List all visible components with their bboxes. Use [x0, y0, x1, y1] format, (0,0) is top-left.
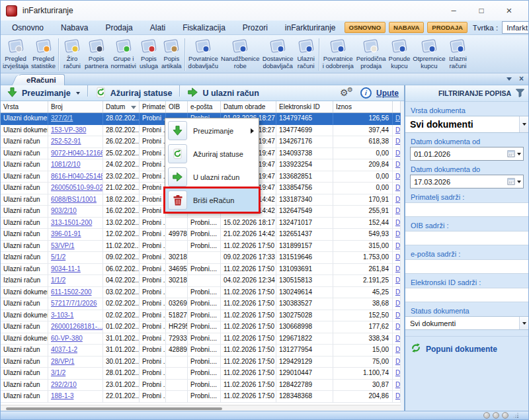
- document-number-link[interactable]: 188-1-3: [51, 392, 73, 399]
- table-row[interactable]: Ulazni račun292/2/1023.01.202...Probni .…: [1, 380, 401, 392]
- open-document-link[interactable]: D: [395, 230, 400, 237]
- open-document-link[interactable]: D: [395, 138, 400, 145]
- menu-item-prodaja[interactable]: Prodaja: [97, 21, 141, 35]
- status-circle-icon[interactable]: [483, 412, 490, 419]
- context-menu-item-a-uriraj-statuse[interactable]: Ažuriraj statuse: [165, 142, 259, 165]
- resize-grip[interactable]: [513, 413, 519, 419]
- menu-item-prozori[interactable]: Prozori: [234, 21, 276, 35]
- filter-select-vrsta-dokumenta[interactable]: Svi dokumenti: [405, 116, 528, 133]
- table-row[interactable]: Ulazni račun396-01-9112.02.202...Probni …: [1, 229, 401, 241]
- status-circle-icon[interactable]: [493, 412, 499, 419]
- open-document-link[interactable]: D: [395, 161, 400, 168]
- help-link[interactable]: Upute: [376, 89, 399, 98]
- open-document-link[interactable]: D: [395, 173, 400, 180]
- filter-date-datum-dokumenta-do[interactable]: 17.03.2026: [410, 175, 524, 189]
- info-icon[interactable]: [360, 87, 372, 99]
- document-number-link[interactable]: 260050510-99-02: [51, 184, 103, 191]
- document-number-link[interactable]: 53/VP/1: [51, 242, 75, 249]
- open-document-link[interactable]: D: [395, 242, 400, 249]
- menu-item-nabava[interactable]: Nabava: [52, 21, 97, 35]
- document-number-link[interactable]: 3-103-1: [51, 312, 73, 319]
- table-row[interactable]: Ulazni račun53/VP/111.02.202...Probni ..…: [1, 241, 401, 253]
- document-number-link[interactable]: 9034-11-1: [51, 265, 81, 273]
- document-number-link[interactable]: 9072-H040-12166: [51, 149, 103, 157]
- ribbon-button-pregled-statistike[interactable]: Pregled statistike: [30, 36, 57, 73]
- filter-date-datum-dokumenta-od[interactable]: 01.01.2026: [410, 147, 524, 161]
- open-document-link[interactable]: D: [395, 114, 400, 122]
- table-row[interactable]: Izlazni račun1/1/204.02.202...Probni ...…: [1, 275, 401, 287]
- chevron-down-icon[interactable]: [507, 77, 512, 81]
- u-ulazni-ra-un-button[interactable]: U ulazni račun: [181, 85, 264, 101]
- document-number-link[interactable]: 611-1502-200: [51, 288, 92, 296]
- fill-documents-button[interactable]: Popuni dokumente: [411, 343, 528, 355]
- funnel-icon[interactable]: [515, 89, 525, 99]
- open-document-link[interactable]: D: [395, 196, 400, 203]
- column-header-eposta[interactable]: e-pošta: [188, 101, 221, 112]
- open-document-link[interactable]: D: [395, 126, 400, 134]
- gear-icon[interactable]: [340, 87, 356, 99]
- menu-item-fiskalizacija[interactable]: Fiskalizacija: [174, 21, 234, 35]
- open-document-link[interactable]: D: [395, 276, 400, 284]
- table-row[interactable]: Ulazni račun57217/7/1/202602.02.202...Pr…: [1, 298, 401, 310]
- filter-input-oib-sadr-i[interactable]: [405, 231, 528, 245]
- column-header-broj[interactable]: Broj: [48, 101, 103, 112]
- open-document-link[interactable]: D: [395, 288, 400, 296]
- open-document-link[interactable]: D: [395, 184, 400, 191]
- open-document-link[interactable]: D: [395, 358, 400, 365]
- context-menu-item-u-ulazni-ra-un[interactable]: U ulazni račun: [165, 165, 259, 189]
- open-document-link[interactable]: D: [395, 219, 400, 226]
- table-row[interactable]: Ulazni račun9034-11-106.02.202...Probni …: [1, 264, 401, 276]
- table-row[interactable]: Ulazni račun260001268181-...01.02.202...…: [1, 321, 401, 333]
- column-header-iznos[interactable]: Iznos: [333, 101, 393, 112]
- ribbon-button-dostavnice-dobavlja-a[interactable]: Dostavnice dobavljača: [261, 36, 295, 73]
- company-combo[interactable]: Infarkt d.o.o.: [502, 21, 529, 34]
- scrollbar-thumb[interactable]: [6, 407, 222, 410]
- ribbon-button-popis-usluga[interactable]: Popis usluga: [138, 36, 160, 73]
- table-row[interactable]: Ulazni račun188-1-322.01.202...Probni ..…: [1, 391, 401, 403]
- ribbon-button-grupe-i-normativi[interactable]: Grupe i normativi: [109, 36, 138, 73]
- table-row[interactable]: Ulazni dokument611-1502-20003.02.202...P…: [1, 287, 401, 299]
- document-number-link[interactable]: 153-VP-380: [51, 126, 86, 134]
- open-document-link[interactable]: D: [395, 149, 400, 157]
- table-row[interactable]: Ulazni račun3/1/228.01.202...Probni ...P…: [1, 368, 401, 380]
- open-document-link[interactable]: D: [395, 253, 400, 261]
- tab-eracuni[interactable]: eRačuni: [18, 74, 65, 85]
- ribbon-button-izlazni-ra-uni[interactable]: Izlazni računi: [446, 36, 469, 73]
- ribbon-button-popis-artikala[interactable]: Popis artikala: [160, 36, 183, 73]
- open-document-link[interactable]: D: [395, 346, 400, 353]
- menu-item-infarkturiranje[interactable]: inFarkturiranje: [276, 21, 345, 35]
- document-number-link[interactable]: 292/2/10: [51, 381, 77, 388]
- context-menu-item-preuzimanje[interactable]: Preuzimanje: [165, 119, 259, 142]
- ribbon-button-ponude-kupcu[interactable]: Ponude kupcu: [387, 36, 412, 73]
- ribbon-button-popis-partnera[interactable]: Popis partnera: [83, 36, 109, 73]
- a-uriraj-statuse-button[interactable]: Ažuriraj statuse: [89, 85, 179, 101]
- ribbon-button-pregled-izvje-taja[interactable]: Pregled izvještaja: [1, 36, 30, 73]
- document-number-link[interactable]: 4037-1-2: [51, 346, 77, 353]
- ribbon-button-ulazni-ra-uni[interactable]: Ulazni računi: [295, 36, 317, 73]
- document-number-link[interactable]: 396-01-91: [51, 230, 81, 237]
- menu-item-osnovno[interactable]: Osnovno: [3, 21, 52, 35]
- table-row[interactable]: Ulazni dokument3-103-102.02.202...Probni…: [1, 310, 401, 322]
- document-number-link[interactable]: 1081/2/10: [51, 161, 81, 168]
- filter-input-elektronski-id-sadr-i[interactable]: [405, 288, 528, 302]
- ribbon-button-iro-ra-uni[interactable]: Žiro računi: [61, 36, 83, 73]
- column-header-vrsta[interactable]: Vrsta: [1, 101, 48, 112]
- document-number-link[interactable]: 3/1/2: [51, 369, 65, 376]
- maximize-icon[interactable]: [477, 6, 486, 16]
- document-number-link[interactable]: 6088/BS1/1001: [51, 196, 97, 203]
- table-row[interactable]: Ulazni dokument60-VP-38031.01.202...Prob…: [1, 333, 401, 345]
- column-header-eid[interactable]: Elektronski ID: [276, 101, 333, 112]
- document-number-link[interactable]: 313-1501-200: [51, 219, 92, 226]
- open-document-link[interactable]: D: [395, 323, 400, 330]
- column-header-oib[interactable]: OIB: [166, 101, 188, 112]
- close-tab-icon[interactable]: [519, 75, 524, 83]
- ribbon-button-otpremnice-kupcu[interactable]: Otpremnice kupcu: [411, 36, 446, 73]
- ribbon-button-povratnice-dobavlja-u[interactable]: Povratnice dobavljaču: [187, 36, 220, 73]
- open-document-link[interactable]: D: [395, 300, 400, 307]
- column-header-obrada[interactable]: Datum obrade: [221, 101, 276, 112]
- table-row[interactable]: Ulazni račun28/VP/130.01.202...Probni ..…: [1, 357, 401, 368]
- context-menu-item-bri-i-era-un[interactable]: Briši eRačun: [165, 189, 259, 212]
- document-number-link[interactable]: 1/1/2: [51, 276, 65, 284]
- document-number-link[interactable]: 60-VP-380: [51, 335, 83, 342]
- column-header-datum[interactable]: Datum: [103, 101, 140, 112]
